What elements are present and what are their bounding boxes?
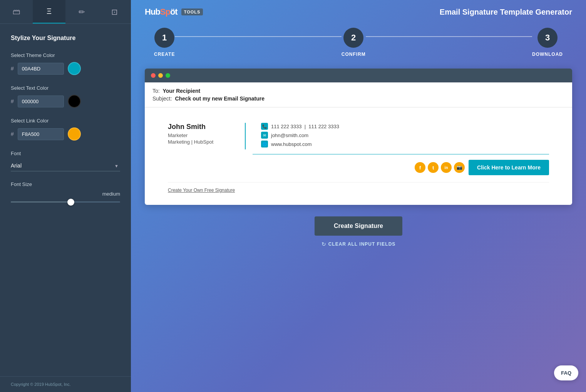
sig-contact: 📞 111 222 3333 | 111 222 3333 ✉ john@smi…	[261, 123, 549, 149]
link-color-swatch[interactable]	[68, 127, 81, 141]
image-icon: ⊡	[111, 7, 118, 17]
social-icons-row: f t in 📷	[415, 162, 465, 173]
briefcase-icon: 🗃	[13, 7, 20, 16]
text-color-label: Select Text Color	[11, 85, 120, 91]
sig-phone: 111 222 3333 | 111 222 3333	[271, 124, 339, 129]
sig-social-cta: f t in 📷 Click Here to Learn More	[253, 160, 549, 175]
font-size-slider-container	[11, 200, 120, 204]
logo-o: ö	[170, 7, 175, 17]
step-3-number: 3	[545, 33, 550, 43]
email-preview: To: Your Recipient Subject: Check out my…	[145, 69, 572, 205]
logo-spot: Sp	[160, 7, 170, 17]
to-value: Your Recipient	[162, 88, 200, 94]
sig-divider	[245, 123, 246, 149]
sig-website: www.hubspot.com	[271, 141, 312, 147]
email-body: John Smith Marketer Marketing | HubSpot …	[145, 107, 572, 205]
tools-badge: TOOLS	[181, 8, 203, 15]
sig-name-area: John Smith Marketer Marketing | HubSpot	[168, 123, 229, 145]
sidebar-tab-briefcase[interactable]: 🗃	[0, 0, 33, 23]
refresh-icon: ↻	[321, 241, 326, 247]
pen-icon: ✏	[79, 7, 85, 17]
font-size-value-row: medium	[11, 191, 120, 197]
instagram-icon[interactable]: 📷	[454, 162, 465, 173]
stepper: 1 CREATE 2 CONFIRM 3 DOWNLOAD	[131, 24, 586, 69]
sig-phone-row: 📞 111 222 3333 | 111 222 3333	[261, 123, 549, 130]
link-hash: #	[11, 131, 14, 137]
step-2-label: CONFIRM	[342, 52, 366, 57]
email-to-line: To: Your Recipient	[152, 88, 564, 94]
subject-value: Check out my new Email Signature	[175, 95, 265, 102]
cta-button[interactable]: Click Here to Learn More	[469, 160, 549, 175]
text-color-group: Select Text Color #	[11, 85, 120, 108]
email-chrome-bar	[145, 69, 572, 82]
chrome-dot-green	[166, 73, 170, 78]
font-size-value: medium	[102, 191, 120, 197]
faq-button[interactable]: FAQ	[554, 365, 578, 380]
facebook-icon[interactable]: f	[415, 162, 425, 173]
step-1: 1 CREATE	[154, 28, 175, 57]
mail-icon: ✉	[261, 132, 268, 139]
sig-website-row: 🌐 www.hubspot.com	[261, 141, 549, 147]
link-color-group: Select Link Color #	[11, 118, 120, 141]
sig-footer-link: Create Your Own Free Signature	[168, 182, 549, 193]
sig-footer-link-anchor[interactable]: Create Your Own Free Signature	[168, 188, 235, 193]
create-signature-button[interactable]: Create Signature	[315, 216, 402, 236]
copyright-text: Copyright © 2019 HubSpot, Inc.	[11, 382, 70, 387]
main-content: HubSpöt TOOLS Email Signature Template G…	[131, 0, 586, 392]
font-size-group: Font Size medium	[11, 181, 120, 204]
step-line-1	[175, 36, 341, 37]
step-2: 2 CONFIRM	[342, 28, 366, 57]
sig-bottom-area: f t in 📷 Click Here to Learn More	[168, 154, 549, 175]
theme-color-group: Select Theme Color #	[11, 52, 120, 75]
sidebar-tab-pen[interactable]: ✏	[65, 0, 98, 23]
step-line-2	[366, 36, 532, 37]
theme-hash: #	[11, 65, 14, 72]
font-label: Font	[11, 151, 120, 156]
text-hash: #	[11, 98, 14, 104]
font-select[interactable]: Arial Georgia Helvetica Times New Roman …	[11, 160, 120, 171]
link-color-input-row: #	[11, 127, 120, 141]
text-icon: Ξ	[47, 7, 52, 16]
step-1-label: CREATE	[154, 52, 175, 57]
logo-area: HubSpöt TOOLS	[145, 7, 203, 17]
sig-email: john@smith.com	[271, 132, 308, 138]
sidebar-icon-tabs: 🗃 Ξ ✏ ⊡	[0, 0, 131, 24]
step-2-number: 2	[351, 33, 356, 43]
globe-icon: 🌐	[261, 141, 268, 147]
main-header: HubSpöt TOOLS Email Signature Template G…	[131, 0, 586, 24]
theme-color-input[interactable]	[18, 63, 64, 75]
sidebar-tab-text[interactable]: Ξ	[33, 0, 65, 23]
signature-block: John Smith Marketer Marketing | HubSpot …	[168, 123, 549, 149]
theme-color-input-row: #	[11, 62, 120, 75]
sidebar-tab-image[interactable]: ⊡	[98, 0, 131, 23]
clear-fields-label: CLEAR ALL INPUT FIELDS	[328, 241, 396, 247]
theme-color-swatch[interactable]	[68, 62, 81, 75]
step-2-circle: 2	[343, 28, 363, 48]
theme-color-label: Select Theme Color	[11, 52, 120, 58]
sig-title: Marketer	[168, 132, 229, 138]
twitter-icon[interactable]: t	[428, 162, 439, 173]
clear-fields-row[interactable]: ↻ CLEAR ALL INPUT FIELDS	[321, 241, 396, 247]
text-color-input[interactable]	[18, 95, 64, 107]
sig-company: Marketing | HubSpot	[168, 139, 229, 145]
step-1-circle: 1	[154, 28, 174, 48]
sidebar: 🗃 Ξ ✏ ⊡ Stylize Your Signature Select Th…	[0, 0, 131, 392]
step-3-label: DOWNLOAD	[532, 52, 563, 57]
email-header-bar: To: Your Recipient Subject: Check out my…	[145, 82, 572, 107]
email-subject-line: Subject: Check out my new Email Signatur…	[152, 95, 564, 102]
step-3: 3 DOWNLOAD	[532, 28, 563, 57]
sig-separator-line	[253, 154, 549, 154]
font-group: Font Arial Georgia Helvetica Times New R…	[11, 151, 120, 171]
font-select-wrapper: Arial Georgia Helvetica Times New Roman …	[11, 160, 120, 171]
link-color-input[interactable]	[18, 128, 64, 140]
actions-area: Create Signature ↻ CLEAR ALL INPUT FIELD…	[131, 205, 586, 255]
sidebar-title: Stylize Your Signature	[11, 35, 120, 42]
link-color-label: Select Link Color	[11, 118, 120, 124]
phone-icon: 📞	[261, 123, 268, 130]
page-title: Email Signature Template Generator	[440, 8, 572, 17]
sidebar-footer: Copyright © 2019 HubSpot, Inc.	[0, 376, 131, 392]
linkedin-icon[interactable]: in	[441, 162, 452, 173]
text-color-swatch[interactable]	[68, 95, 81, 108]
step-3-circle: 3	[537, 28, 558, 48]
to-label: To:	[152, 88, 160, 94]
